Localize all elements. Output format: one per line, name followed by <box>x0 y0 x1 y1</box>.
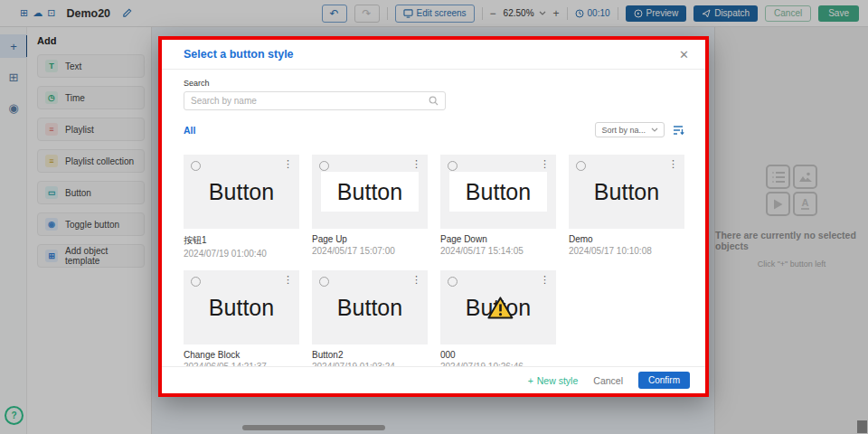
button-preview-label: Button <box>337 179 402 205</box>
style-card[interactable]: Button⋮Demo2024/05/17 10:10:08 <box>569 155 684 259</box>
style-preview[interactable]: Button⋮ <box>440 155 556 229</box>
close-icon[interactable]: ✕ <box>679 49 689 61</box>
style-preview[interactable]: Button⋮ <box>312 155 428 229</box>
button-preview-label: Button <box>337 295 402 321</box>
chevron-down-icon <box>651 127 658 132</box>
dialog-cancel-button[interactable]: Cancel <box>593 375 623 386</box>
kebab-menu-icon[interactable]: ⋮ <box>540 275 550 285</box>
style-card[interactable]: Button⋮按钮12024/07/19 01:00:40 <box>184 155 299 259</box>
style-name: 按钮1 <box>184 234 299 247</box>
style-name: Demo <box>569 234 684 244</box>
button-preview-label: Button <box>594 179 659 205</box>
filter-row: All Sort by na... <box>184 122 684 137</box>
dialog-header: Select a button style ✕ <box>162 40 705 70</box>
sort-select[interactable]: Sort by na... <box>595 122 665 137</box>
style-timestamp: 2024/05/17 15:07:00 <box>312 246 428 256</box>
filter-all-tab[interactable]: All <box>184 125 195 136</box>
style-name: Change Block <box>184 350 299 360</box>
style-preview[interactable]: Button⋮ <box>440 270 556 344</box>
kebab-menu-icon[interactable]: ⋮ <box>283 159 293 169</box>
kebab-menu-icon[interactable]: ⋮ <box>668 159 678 169</box>
style-card[interactable]: Button⋮Change Block2024/06/05 14:21:37 <box>184 270 299 372</box>
dialog-title: Select a button style <box>184 48 294 61</box>
style-card[interactable]: Button⋮Button22024/07/19 01:03:24 <box>312 270 428 372</box>
style-card[interactable]: Button⋮Page Down2024/05/17 15:14:05 <box>440 155 556 259</box>
style-timestamp: 2024/05/17 10:10:08 <box>569 246 684 256</box>
style-name: Page Down <box>440 234 556 244</box>
style-name: Page Up <box>312 234 428 244</box>
style-preview[interactable]: Button⋮ <box>184 155 299 229</box>
button-preview-label: Button <box>209 295 274 321</box>
style-timestamp: 2024/07/19 01:00:40 <box>184 249 299 259</box>
style-preview[interactable]: Button⋮ <box>569 155 684 229</box>
dialog-body: Search Search by name All Sort by na... … <box>162 70 705 372</box>
style-grid: Button⋮按钮12024/07/19 01:00:40Button⋮Page… <box>184 155 684 372</box>
kebab-menu-icon[interactable]: ⋮ <box>411 159 421 169</box>
search-icon <box>429 96 439 106</box>
button-preview-label: Button <box>209 179 274 205</box>
button-preview-label: Button <box>466 179 531 205</box>
plus-icon: + <box>528 375 533 386</box>
style-radio[interactable] <box>448 161 458 171</box>
kebab-menu-icon[interactable]: ⋮ <box>283 275 293 285</box>
style-radio[interactable] <box>576 161 586 171</box>
style-radio[interactable] <box>191 277 201 287</box>
style-radio[interactable] <box>319 161 329 171</box>
dialog-footer: + New style Cancel Confirm <box>162 366 705 393</box>
style-card[interactable]: Button⋮Page Up2024/05/17 15:07:00 <box>312 155 428 259</box>
confirm-button[interactable]: Confirm <box>638 372 690 389</box>
search-label: Search <box>184 79 684 88</box>
style-card[interactable]: Button⋮0002024/07/19 10:26:46 <box>440 270 556 372</box>
style-preview[interactable]: Button⋮ <box>184 270 299 344</box>
new-style-button[interactable]: + New style <box>528 375 579 386</box>
sort-order-icon[interactable] <box>673 125 684 136</box>
kebab-menu-icon[interactable]: ⋮ <box>411 275 421 285</box>
style-timestamp: 2024/05/17 15:14:05 <box>440 246 556 256</box>
style-radio[interactable] <box>448 277 458 287</box>
style-name: Button2 <box>312 350 428 360</box>
select-button-style-dialog: Select a button style ✕ Search Search by… <box>158 36 709 397</box>
style-name: 000 <box>440 350 556 360</box>
style-preview[interactable]: Button⋮ <box>312 270 428 344</box>
editor-app: ⊞ ☁ ⊡ Demo20 ↶ ↷ Edit screens − 62.50% <box>0 0 868 434</box>
search-placeholder: Search by name <box>191 96 257 106</box>
search-input[interactable]: Search by name <box>184 91 446 110</box>
style-radio[interactable] <box>191 161 201 171</box>
warning-icon <box>486 296 514 323</box>
kebab-menu-icon[interactable]: ⋮ <box>540 159 550 169</box>
style-radio[interactable] <box>319 277 329 287</box>
